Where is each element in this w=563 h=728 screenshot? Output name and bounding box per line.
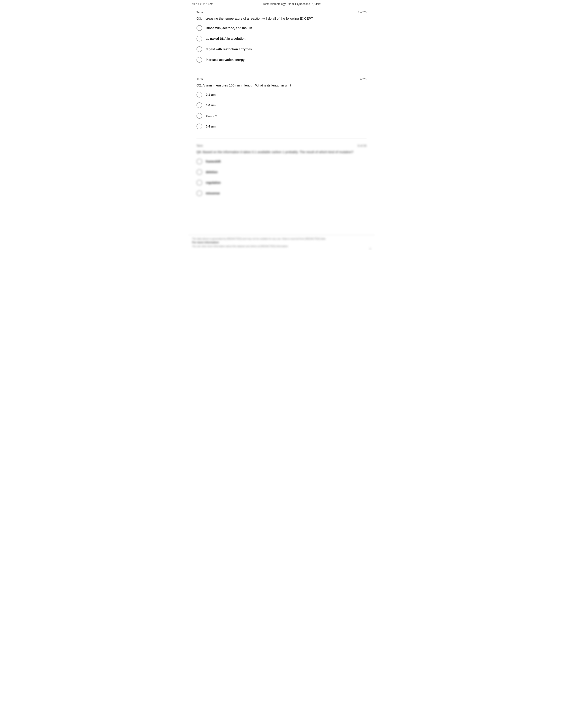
card-4-option-d[interactable]: increase activation energy <box>196 57 367 63</box>
card-6-term-label: Term <box>196 144 203 147</box>
card-4-option-c-text: digest with restriction enzymes <box>206 47 252 51</box>
card-4-term-label: Term <box>196 11 203 14</box>
radio-circle-b[interactable] <box>196 36 202 41</box>
card-5-option-d-text: 0.4 um <box>206 125 215 128</box>
card-6-option-a-text: frameshift <box>206 160 221 163</box>
card-6-option-d: missense <box>196 190 367 196</box>
card-4-option-d-text: increase activation energy <box>206 58 244 62</box>
card-4-option-b[interactable]: as naked DNA in a solution <box>196 36 367 41</box>
card-5-term-label: Term <box>196 77 203 81</box>
card-4-question: Q3: Increasing the temperature of a reac… <box>196 16 367 21</box>
card-4-option-b-text: as naked DNA in a solution <box>206 37 245 40</box>
card-5-option-c[interactable]: 10.1 um <box>196 113 367 119</box>
footer-page-num: 2 <box>370 248 371 250</box>
card-6-option-c: regulation <box>196 180 367 186</box>
card-5-question: Q2: A virus measures 100 nm in length. W… <box>196 83 367 88</box>
radio-circle-6d <box>196 190 202 196</box>
card-4-option-a[interactable]: Riboflavin, acetone, and insulin <box>196 25 367 31</box>
page-title: Test: Microbiology Exam 1 Questions | Qu… <box>263 2 321 6</box>
footer-line3: You can view more information about this… <box>192 245 371 248</box>
card-4-option-a-text: Riboflavin, acetone, and insulin <box>206 26 252 30</box>
card-4-options: Riboflavin, acetone, and insulin as nake… <box>196 25 367 63</box>
radio-circle-6b <box>196 169 202 175</box>
radio-circle-c[interactable] <box>196 46 202 52</box>
card-4-counter: 4 of 20 <box>358 11 367 14</box>
card-6-option-a: frameshift <box>196 159 367 164</box>
card-6-option-c-text: regulation <box>206 181 221 184</box>
timestamp: 10/23/22, 11:16 AM <box>192 3 213 5</box>
card-4: Term 4 of 20 Q3: Increasing the temperat… <box>196 11 367 72</box>
card-5-header: Term 5 of 20 <box>196 77 367 81</box>
card-6-option-b: deletion <box>196 169 367 175</box>
radio-circle-6a <box>196 159 202 164</box>
card-6: Term 6 of 20 Q6: Based on the informatio… <box>196 144 367 205</box>
radio-circle-5d[interactable] <box>196 124 202 129</box>
footer-line1: The data above is generated by [REDACTED… <box>192 237 371 240</box>
card-6-counter: 6 of 20 <box>358 144 367 147</box>
card-6-option-b-text: deletion <box>206 170 218 174</box>
card-5: Term 5 of 20 Q2: A virus measures 100 nm… <box>196 77 367 139</box>
card-5-option-b[interactable]: 0.0 um <box>196 102 367 108</box>
card-5-option-c-text: 10.1 um <box>206 114 217 118</box>
card-5-option-a[interactable]: 0.1 um <box>196 92 367 98</box>
radio-circle-5c[interactable] <box>196 113 202 119</box>
radio-circle-5b[interactable] <box>196 102 202 108</box>
card-5-counter: 5 of 20 <box>358 77 367 81</box>
card-4-option-c[interactable]: digest with restriction enzymes <box>196 46 367 52</box>
card-5-option-b-text: 0.0 um <box>206 103 215 107</box>
card-6-options: frameshift deletion regulation missense <box>196 159 367 196</box>
footer-line2: For more information <box>192 241 371 244</box>
card-6-header: Term 6 of 20 <box>196 144 367 147</box>
card-5-option-d[interactable]: 0.4 um <box>196 124 367 129</box>
content-area: Term 4 of 20 Q3: Increasing the temperat… <box>188 7 375 217</box>
card-6-option-d-text: missense <box>206 191 220 195</box>
radio-circle-5a[interactable] <box>196 92 202 98</box>
card-5-option-a-text: 0.1 um <box>206 93 215 96</box>
top-bar: 10/23/22, 11:16 AM Test: Microbiology Ex… <box>188 0 375 7</box>
card-5-options: 0.1 um 0.0 um 10.1 um 0.4 um <box>196 92 367 129</box>
radio-circle-a[interactable] <box>196 25 202 31</box>
card-4-header: Term 4 of 20 <box>196 11 367 14</box>
footer: The data above is generated by [REDACTED… <box>188 235 375 250</box>
radio-circle-6c <box>196 180 202 186</box>
radio-circle-d[interactable] <box>196 57 202 63</box>
card-6-question: Q6: Based on the information it takes 0.… <box>196 150 367 155</box>
